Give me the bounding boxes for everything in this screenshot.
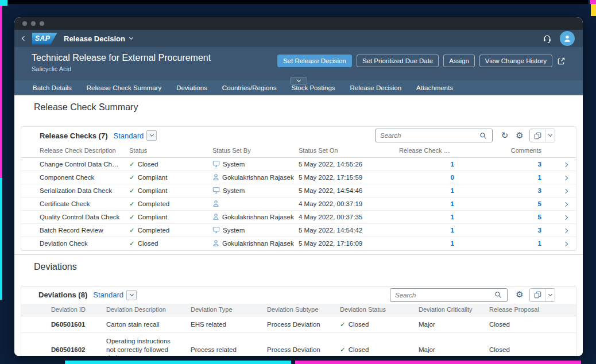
person-icon <box>212 173 219 181</box>
deviation-criticality-cell: Major <box>414 333 485 356</box>
maximize-window-dot[interactable] <box>40 21 44 26</box>
row-navigation-cell <box>555 237 576 250</box>
column-release-proposal[interactable]: Release Proposal <box>485 304 576 316</box>
set-prioritized-due-date-button[interactable]: Set Prioritized Due Date <box>357 55 439 67</box>
messages-count-link[interactable]: 1 <box>451 227 454 234</box>
view-selector[interactable]: Standard <box>114 130 157 141</box>
column-deviation-type[interactable]: Deviation Type <box>186 304 262 316</box>
table-row[interactable]: Component Check ✓ Compliant Gokulakrishn… <box>21 171 576 184</box>
refresh-icon[interactable]: ↻ <box>497 129 512 142</box>
messages-count-link[interactable]: 1 <box>451 214 454 220</box>
settings-gear-icon[interactable]: ⚙ <box>512 288 527 302</box>
table-header-row: Deviation ID Deviation Description Devia… <box>21 304 576 316</box>
column-deviation-description[interactable]: Deviation Description <box>102 304 186 316</box>
row-chevron-icon[interactable] <box>563 228 568 233</box>
column-status-set-by[interactable]: Status Set By <box>208 144 294 157</box>
deviation-subtype-cell: Process Deviation <box>262 333 335 356</box>
tab-countries-regions[interactable]: Countries/Regions <box>222 84 277 91</box>
deviation-id-cell: D60501602 <box>21 333 102 356</box>
column-deviation-criticality[interactable]: Deviation Criticality <box>414 304 485 316</box>
messages-cell: 1 <box>394 184 481 197</box>
tab-batch-details[interactable]: Batch Details <box>33 84 72 91</box>
user-avatar[interactable] <box>560 31 575 46</box>
minimize-window-dot[interactable] <box>31 21 36 26</box>
comments-count-link[interactable]: 5 <box>538 214 541 220</box>
assign-button[interactable]: Assign <box>443 55 475 67</box>
row-chevron-icon[interactable] <box>563 241 568 246</box>
tab-deviations[interactable]: Deviations <box>176 84 207 91</box>
messages-count-link[interactable]: 1 <box>451 200 454 207</box>
status-cell: ✓ Closed <box>125 157 208 171</box>
table-row[interactable]: Quality Control Data Check ✓ Compliant G… <box>21 210 576 223</box>
back-button[interactable] <box>22 37 26 40</box>
view-change-history-button[interactable]: View Change History <box>479 55 552 67</box>
set-release-decision-button[interactable]: Set Release Decision <box>277 55 352 67</box>
column-comments[interactable]: Comments <box>481 144 555 157</box>
table-row[interactable]: Deviation Check ✓ Closed Gokulakrishnan … <box>21 237 576 250</box>
row-chevron-icon[interactable] <box>563 162 568 166</box>
view-selector-dropdown-icon[interactable] <box>126 290 137 300</box>
view-selector[interactable]: Standard <box>93 290 137 300</box>
view-selector-label[interactable]: Standard <box>93 291 123 299</box>
comments-count-link[interactable]: 1 <box>538 240 541 247</box>
view-selector-dropdown-icon[interactable] <box>146 130 157 141</box>
row-chevron-icon[interactable] <box>563 188 568 193</box>
tab-release-decision[interactable]: Release Decision <box>350 84 402 91</box>
column-deviation-id[interactable]: Deviation ID <box>21 304 102 316</box>
column-release-check-description[interactable]: Release Check Description <box>21 144 125 157</box>
comments-cell: 1 <box>481 237 555 250</box>
copy-icon[interactable] <box>530 129 545 142</box>
row-chevron-icon[interactable] <box>563 215 568 219</box>
column-deviation-status[interactable]: Deviation Status <box>335 304 414 316</box>
table-row[interactable]: Serialization Data Check ✓ Compliant Sys… <box>21 184 576 197</box>
release-check-description-cell: Batch Record Review <box>21 223 125 237</box>
comments-count-link[interactable]: 3 <box>538 161 541 168</box>
close-window-dot[interactable] <box>22 21 27 26</box>
tab-stock-postings[interactable]: Stock Postings <box>291 84 335 91</box>
support-headset-icon[interactable] <box>543 34 552 43</box>
table-row[interactable]: Certificate Check ✓ Completed 4 May 2022… <box>21 197 576 210</box>
deviation-status-cell: ✓ Closed <box>335 316 414 333</box>
messages-count-link[interactable]: 1 <box>451 161 454 168</box>
messages-count-link[interactable]: 0 <box>451 174 454 181</box>
column-release-check-messages[interactable]: Release Check Messages <box>394 144 481 157</box>
table-row[interactable]: Change Control Data Check ✓ Closed Syste… <box>21 157 576 171</box>
search-input[interactable] <box>395 292 493 299</box>
comments-count-link[interactable]: 3 <box>538 187 541 194</box>
sap-logo[interactable]: SAP <box>32 33 57 45</box>
comments-count-link[interactable]: 5 <box>538 200 541 207</box>
comments-cell: 3 <box>481 184 555 197</box>
comments-count-link[interactable]: 1 <box>538 174 541 181</box>
messages-count-link[interactable]: 1 <box>451 187 454 194</box>
table-row[interactable]: D60501602 Operating instructions not cor… <box>21 333 576 356</box>
table-row[interactable]: Batch Record Review ✓ Completed System 5… <box>21 223 576 237</box>
comments-cell: 3 <box>481 157 555 171</box>
column-status-set-on[interactable]: Status Set On <box>294 144 394 157</box>
status-set-on-cell: 4 May 2022, 00:37:19 <box>294 197 394 210</box>
search-icon[interactable] <box>493 288 503 302</box>
header-collapse-button[interactable] <box>290 77 307 85</box>
comments-count-link[interactable]: 3 <box>538 227 541 234</box>
status-set-on-cell: 5 May 2022, 14:54:42 <box>294 223 394 237</box>
export-menu-chevron-icon[interactable] <box>545 289 555 301</box>
system-icon <box>212 160 220 168</box>
column-deviation-subtype[interactable]: Deviation Subtype <box>262 304 335 316</box>
search-icon[interactable] <box>478 129 488 142</box>
tab-release-check-summary[interactable]: Release Check Summary <box>87 84 161 91</box>
tab-attachments[interactable]: Attachments <box>416 84 453 91</box>
column-status[interactable]: Status <box>125 144 208 157</box>
release-checks-table-card: Release Checks (7) Standard ↻ ⚙ <box>21 126 576 251</box>
messages-count-link[interactable]: 1 <box>451 240 454 247</box>
row-chevron-icon[interactable] <box>563 202 568 206</box>
table-row[interactable]: D60501601 Carton stain recall EHS relate… <box>21 316 576 333</box>
search-input[interactable] <box>380 132 478 139</box>
app-title-menu[interactable]: Release Decision <box>64 34 133 43</box>
deviation-status-text: Closed <box>349 321 369 328</box>
view-selector-label[interactable]: Standard <box>114 131 144 140</box>
copy-icon[interactable] <box>530 289 545 301</box>
row-chevron-icon[interactable] <box>563 175 568 180</box>
settings-gear-icon[interactable]: ⚙ <box>512 129 527 142</box>
share-icon[interactable] <box>557 57 566 65</box>
export-menu-chevron-icon[interactable] <box>545 129 555 142</box>
status-text: Compliant <box>138 214 168 220</box>
